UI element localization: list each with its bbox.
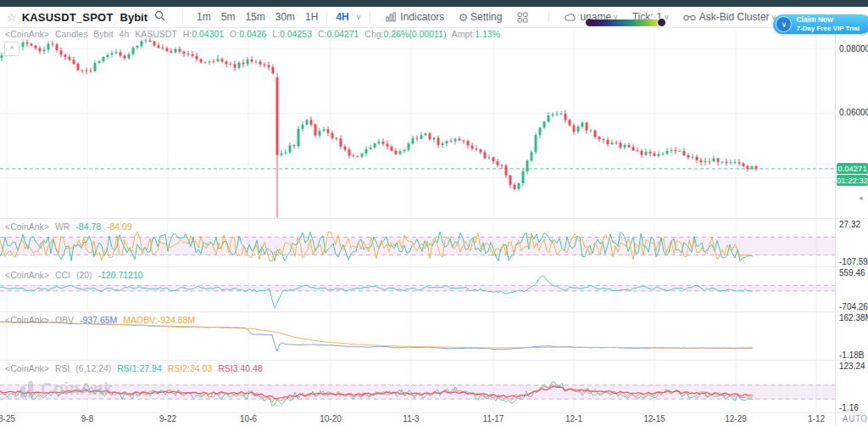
timeframe-1h[interactable]: 1H — [305, 11, 318, 23]
price-tick-label: 0.06000 — [839, 108, 868, 117]
exchange-name[interactable]: Bybit — [120, 11, 148, 24]
wr-value-1: -84.78 — [75, 221, 101, 232]
svg-text:9-22: 9-22 — [159, 414, 176, 423]
watermark-text: CoinAnk — [41, 379, 114, 399]
glasses-icon — [683, 13, 696, 21]
timeframe-4h-active[interactable]: 4H — [336, 11, 348, 23]
cloud-icon — [565, 13, 576, 22]
grid-icon — [517, 12, 528, 23]
timeframe-30m[interactable]: 30m — [275, 11, 295, 23]
cci-axis-bottom-label: -704.26 — [839, 302, 868, 311]
search-icon[interactable] — [154, 10, 165, 24]
claim-line1: Claim Now — [796, 16, 860, 25]
panel-separator[interactable] — [0, 266, 868, 267]
indicators-button[interactable]: Indicators — [386, 11, 444, 23]
askbid-label: Ask-Bid Cluster — [699, 11, 770, 23]
open-value: 0.0426 — [239, 29, 266, 39]
close-value: 0.04271 — [326, 29, 359, 39]
heatmap-gradient-control — [585, 17, 666, 29]
cci-axis-top-label: 559.46 — [839, 268, 865, 277]
svg-text:11-3: 11-3 — [403, 414, 420, 423]
svg-text:10-6: 10-6 — [240, 414, 257, 423]
change-value: 0.26%(0.00011) — [383, 29, 446, 39]
gear-icon: ⚙ — [458, 11, 468, 24]
obv-value: -937.65M — [80, 315, 117, 325]
gradient-handle-right[interactable] — [657, 18, 666, 27]
claim-line2: 7-Day Free VIP Trial — [796, 25, 860, 32]
coinank-watermark: CoinAnk — [20, 379, 114, 399]
chart-region: CoinAnk 8-259-89-2210-610-2011-311-1712-… — [0, 27, 868, 426]
rsi-axis-top-label: 123.24 — [839, 362, 865, 371]
collapse-panel-button[interactable]: ^ — [4, 42, 19, 56]
layout-grid-button[interactable] — [517, 12, 531, 23]
coinank-logo-icon — [20, 381, 36, 398]
svg-text:1-12: 1-12 — [808, 414, 825, 423]
divider — [326, 11, 327, 23]
auto-scale-label[interactable]: AUTO — [843, 414, 868, 423]
timeframe-1m[interactable]: 1m — [197, 11, 211, 23]
panel-left-arrow-icon[interactable]: ◂ — [859, 193, 863, 202]
symbol-name[interactable]: KASUSDT_SPOT — [22, 11, 114, 24]
rsi3-value: RSI3:40.48 — [218, 363, 263, 373]
askbid-cluster-menu[interactable]: Ask-Bid Cluster ∨ — [683, 11, 776, 23]
high-value: 0.04301 — [192, 29, 224, 39]
panel-separator[interactable] — [0, 360, 868, 361]
rsi-legend: <CoinAnk> RSI (6,12,24) RSI1:27.94 RSI2:… — [5, 363, 266, 373]
maobv-value: MAOBV:-924.88M — [123, 315, 195, 325]
panel-separator[interactable] — [0, 311, 868, 312]
legend-prefix: <CoinAnk> — [5, 29, 49, 39]
divider — [182, 11, 183, 23]
price-tick-label: 0.08000 — [839, 44, 868, 53]
wr-axis-bottom-label: -107.59 — [839, 257, 868, 266]
svg-text:12-15: 12-15 — [643, 414, 665, 423]
gradient-bar — [589, 20, 662, 26]
chart-toolbar: ☆ KASUSDT_SPOT Bybit 1m 5m 15m 30m 1H 4H… — [0, 7, 868, 28]
wr-value-2: -84.09 — [107, 221, 132, 232]
setting-button[interactable]: ⚙ Setting — [458, 11, 502, 24]
claim-badge-icon: ∨ — [776, 16, 792, 32]
current-price-chip: 0.04271 — [837, 163, 868, 174]
cci-legend: <CoinAnk> CCI (20) -120.71210 — [5, 270, 147, 280]
chevron-down-icon[interactable]: ∨ — [356, 13, 362, 21]
low-value: 0.04253 — [280, 29, 312, 39]
price-axis[interactable]: AUTO 0.080000.0600027.32-107.59559.46-70… — [835, 27, 868, 426]
favorite-star-icon[interactable]: ☆ — [7, 11, 17, 24]
setting-label: Setting — [470, 11, 502, 23]
rsi-axis-bottom-label: -1.16 — [839, 403, 859, 412]
timeframe-5m[interactable]: 5m — [221, 11, 236, 23]
obv-axis-top-label: 162.38M — [839, 313, 868, 322]
indicators-label: Indicators — [400, 11, 444, 23]
obv-legend: <CoinAnk> OBV -937.65M MAOBV:-924.88M — [5, 315, 198, 325]
claim-vip-button[interactable]: ∨ Claim Now 7-Day Free VIP Trial — [773, 14, 868, 34]
obv-axis-bottom-label: -1.18B — [839, 350, 864, 360]
wr-axis-top-label: 27.32 — [839, 220, 860, 229]
timeframe-15m[interactable]: 15m — [245, 11, 264, 23]
rsi1-value: RSI1:27.94 — [117, 363, 162, 373]
indicators-icon — [386, 12, 397, 22]
panel-separator[interactable] — [0, 218, 868, 219]
svg-text:10-20: 10-20 — [320, 414, 342, 423]
main-chart-legend: <CoinAnk> Candles Bybit 4h KASUSDT H:0.0… — [5, 29, 504, 39]
amplitude-value: 1.13% — [475, 29, 500, 39]
candle-countdown-chip: 01:22:32 — [837, 175, 868, 186]
svg-text:12-29: 12-29 — [725, 414, 747, 423]
rsi2-value: RSI2:34.03 — [168, 363, 213, 373]
divider — [370, 11, 370, 23]
svg-text:12-1: 12-1 — [565, 414, 582, 423]
browser-top-strip — [0, 0, 868, 7]
svg-text:11-17: 11-17 — [483, 414, 504, 423]
divider — [548, 11, 549, 23]
time-axis-separator — [0, 412, 868, 413]
svg-text:9-8: 9-8 — [81, 414, 94, 423]
cci-value: -120.71210 — [98, 270, 143, 280]
svg-text:8-25: 8-25 — [0, 414, 15, 423]
wr-legend: <CoinAnk> WR -84.78 -84.09 — [5, 221, 136, 232]
